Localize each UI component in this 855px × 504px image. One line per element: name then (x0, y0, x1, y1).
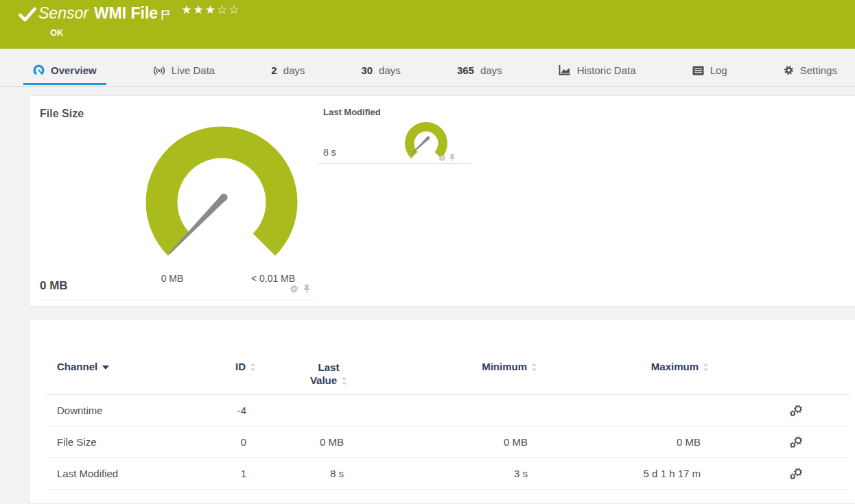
channel-name: Last Modified (47, 468, 222, 479)
sensor-title: WMI File (94, 3, 158, 23)
tab-30-days-number: 30 (361, 64, 373, 76)
channel-minimum: 3 s (379, 468, 565, 479)
channel-id: -4 (222, 405, 283, 416)
gauge-tools (438, 154, 456, 162)
channel-table-header: Channel ID Last Value Minimum Maximum (47, 320, 850, 395)
tab-historic-data-label: Historic Data (577, 64, 636, 76)
sort-icon (250, 363, 256, 372)
gauge-max-label: < 0,01 MB (234, 273, 312, 284)
priority-stars[interactable]: ★★★☆☆ (181, 3, 240, 17)
gear-icon (784, 65, 794, 75)
tab-bar: Overview Live Data 2 days 30 days 365 da… (0, 49, 855, 87)
gauge-title: Last Modified (323, 107, 381, 117)
channel-minimum: 0 MB (379, 436, 565, 448)
channel-settings-gears-icon[interactable] (790, 436, 803, 448)
status-ok-check-icon (19, 7, 36, 22)
log-icon (692, 66, 704, 75)
area-chart-icon (559, 65, 571, 75)
tab-365-days-number: 365 (457, 64, 474, 76)
channel-maximum: 0 MB (565, 436, 743, 448)
gauge-pin-icon[interactable] (303, 284, 311, 293)
gauge-title: File Size (40, 108, 84, 120)
tab-live-data-label: Live Data (172, 64, 215, 76)
channel-last-value: 0 MB (283, 436, 379, 448)
tab-historic-data[interactable]: Historic Data (549, 49, 646, 86)
column-header-channel[interactable]: Channel (47, 361, 222, 372)
channel-settings-gears-icon[interactable] (790, 405, 803, 417)
channel-id: 1 (222, 468, 283, 479)
gauge-separator (40, 300, 314, 300)
sensor-title-line: Sensor WMI File ★★★☆☆ (38, 3, 240, 25)
gauge-icon (33, 64, 45, 76)
tab-30-days[interactable]: 30 days (351, 49, 410, 86)
gauge-current-value: 0 MB (40, 279, 68, 293)
sensor-header: Sensor WMI File ★★★☆☆ OK (0, 0, 855, 49)
tab-overview[interactable]: Overview (23, 49, 106, 86)
tab-365-days[interactable]: 365 days (447, 49, 512, 86)
channel-maximum: 5 d 1 h 17 m (565, 468, 743, 479)
sort-icon (531, 363, 537, 372)
sort-icon (341, 376, 347, 385)
tab-live-data[interactable]: Live Data (143, 49, 224, 86)
tab-2-days-label: days (283, 64, 305, 76)
tab-365-days-label: days (480, 64, 502, 76)
channels-panel: Channel ID Last Value Minimum Maximum Do… (29, 319, 855, 504)
tab-log[interactable]: Log (683, 49, 737, 86)
sensor-status-badge: OK (50, 27, 64, 38)
tab-settings[interactable]: Settings (774, 49, 847, 86)
prtg-sensor-page: Sensor WMI File ★★★☆☆ OK Overview Live D… (0, 0, 855, 504)
flag-icon[interactable] (161, 5, 170, 25)
sort-desc-caret-icon (102, 365, 109, 370)
column-header-last-value[interactable]: Last Value (283, 361, 379, 387)
tab-overview-label: Overview (51, 64, 97, 76)
table-row-file-size: File Size 0 0 MB 0 MB 0 MB (47, 427, 850, 458)
table-row-downtime: Downtime -4 (47, 395, 850, 427)
gauge-min-label: 0 MB (138, 273, 207, 284)
gauge-settings-gear-icon[interactable] (290, 285, 298, 293)
column-header-id[interactable]: ID (222, 361, 283, 372)
channel-name: Downtime (47, 405, 222, 416)
tab-2-days[interactable]: 2 days (261, 49, 314, 86)
gauge-tools (290, 284, 311, 293)
gauge-separator (318, 163, 471, 164)
sort-icon (703, 363, 709, 372)
channel-id: 0 (222, 436, 283, 448)
tab-log-label: Log (710, 64, 727, 76)
gauges-panel: File Size 0 MB < 0,01 MB 0 MB Last Modif… (29, 95, 855, 307)
column-header-minimum[interactable]: Minimum (379, 361, 565, 372)
stars-filled[interactable]: ★★★ (181, 3, 217, 16)
tab-30-days-label: days (379, 64, 401, 76)
column-header-maximum[interactable]: Maximum (565, 361, 743, 372)
gauge-pin-icon[interactable] (449, 154, 456, 162)
gauge-current-value: 8 s (323, 147, 336, 158)
channel-last-value: 8 s (283, 468, 379, 479)
tab-2-days-number: 2 (271, 64, 277, 76)
stars-empty[interactable]: ☆☆ (217, 3, 240, 16)
channel-name: File Size (47, 436, 222, 448)
gauge-settings-gear-icon[interactable] (438, 154, 446, 162)
channel-settings-gears-icon[interactable] (790, 468, 803, 480)
sensor-kind-label: Sensor (38, 3, 89, 23)
live-icon (153, 65, 165, 76)
file-size-gauge (139, 125, 304, 269)
tab-settings-label: Settings (800, 64, 837, 76)
table-row-last-modified: Last Modified 1 8 s 3 s 5 d 1 h 17 m (47, 458, 850, 490)
